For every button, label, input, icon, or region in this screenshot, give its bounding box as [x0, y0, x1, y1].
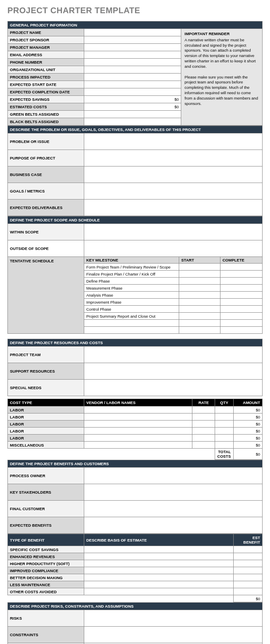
val-risks[interactable] — [84, 610, 263, 627]
cr5a: $0 — [234, 442, 263, 449]
m1-c[interactable] — [220, 271, 263, 278]
val-project-name[interactable] — [84, 29, 181, 36]
cr5v[interactable] — [84, 442, 192, 449]
val-process[interactable] — [84, 74, 181, 81]
br0e[interactable] — [234, 546, 263, 553]
br1e[interactable] — [234, 553, 263, 560]
cr2q[interactable] — [215, 421, 234, 428]
br6d[interactable] — [84, 588, 234, 595]
br1d[interactable] — [84, 553, 234, 560]
br6e[interactable] — [234, 588, 263, 595]
label-complete: EXPECTED COMPLETION DATE — [8, 88, 84, 96]
val-owner[interactable] — [84, 468, 263, 484]
val-expbenefits[interactable] — [84, 517, 263, 534]
m9[interactable] — [84, 327, 179, 334]
m0-s[interactable] — [179, 264, 220, 271]
val-needs[interactable] — [84, 380, 263, 396]
cr5r[interactable] — [192, 442, 215, 449]
m8-c[interactable] — [220, 320, 263, 327]
val-support[interactable] — [84, 363, 263, 380]
br3d[interactable] — [84, 567, 234, 574]
val-goals[interactable] — [84, 183, 263, 200]
val-purpose[interactable] — [84, 150, 263, 166]
br5: LESS MAINTENANCE — [8, 581, 84, 588]
m3-c[interactable] — [220, 285, 263, 292]
val-start[interactable] — [84, 81, 181, 88]
br4e[interactable] — [234, 574, 263, 581]
cost-h0: COST TYPE — [8, 399, 84, 406]
cr1r[interactable] — [192, 413, 215, 421]
m3-s[interactable] — [179, 285, 220, 292]
m4-c[interactable] — [220, 292, 263, 299]
val-complete[interactable] — [84, 88, 181, 96]
cr2v[interactable] — [84, 421, 192, 428]
m0-c[interactable] — [220, 264, 263, 271]
label-customer: FINAL CUSTOMER — [8, 501, 84, 517]
m3[interactable]: Measurement Phase — [84, 285, 179, 292]
m7[interactable]: Project Summary Report and Close Out — [84, 313, 179, 320]
m5-c[interactable] — [220, 299, 263, 306]
cr0v[interactable] — [84, 406, 192, 413]
val-black[interactable] — [84, 118, 181, 126]
m4-s[interactable] — [179, 292, 220, 299]
m6[interactable]: Control Phase — [84, 306, 179, 313]
cr4r[interactable] — [192, 435, 215, 442]
br2d[interactable] — [84, 560, 234, 567]
val-outscope[interactable] — [84, 240, 263, 257]
m2-s[interactable] — [179, 278, 220, 285]
br5d[interactable] — [84, 581, 234, 588]
val-sponsor[interactable] — [84, 36, 181, 44]
val-deliverables[interactable] — [84, 200, 263, 216]
m1[interactable]: Finalize Project Plan / Charter / Kick O… — [84, 271, 179, 278]
m9-s[interactable] — [179, 327, 220, 334]
val-inscope[interactable] — [84, 224, 263, 240]
cost-h4: AMOUNT — [234, 399, 263, 406]
cr3q[interactable] — [215, 428, 234, 435]
m1-s[interactable] — [179, 271, 220, 278]
m7-c[interactable] — [220, 313, 263, 320]
cr2r[interactable] — [192, 421, 215, 428]
m9-c[interactable] — [220, 327, 263, 334]
m5[interactable]: Improvement Phase — [84, 299, 179, 306]
m2-c[interactable] — [220, 278, 263, 285]
cr0r[interactable] — [192, 406, 215, 413]
val-phone[interactable] — [84, 59, 181, 66]
val-stakeholders[interactable] — [84, 484, 263, 501]
cr1v[interactable] — [84, 413, 192, 421]
val-customer[interactable] — [84, 501, 263, 517]
m6-c[interactable] — [220, 306, 263, 313]
cr4q[interactable] — [215, 435, 234, 442]
br4d[interactable] — [84, 574, 234, 581]
val-constraints[interactable] — [84, 627, 263, 643]
val-problem[interactable] — [84, 133, 263, 150]
val-team[interactable] — [84, 347, 263, 363]
m5-s[interactable] — [179, 299, 220, 306]
m7-s[interactable] — [179, 313, 220, 320]
cr5q[interactable] — [215, 442, 234, 449]
cr1q[interactable] — [215, 413, 234, 421]
label-purpose: PURPOSE OF PROJECT — [8, 150, 84, 166]
cr4v[interactable] — [84, 435, 192, 442]
label-owner: PROCESS OWNER — [8, 468, 84, 484]
val-org[interactable] — [84, 66, 181, 74]
m2[interactable]: Define Phase — [84, 278, 179, 285]
cr3r[interactable] — [192, 428, 215, 435]
label-green: GREEN BELTS ASSIGNED — [8, 111, 84, 118]
val-pm[interactable] — [84, 44, 181, 51]
cr3v[interactable] — [84, 428, 192, 435]
m8[interactable] — [84, 320, 179, 327]
m6-s[interactable] — [179, 306, 220, 313]
m4[interactable]: Analysis Phase — [84, 292, 179, 299]
br2e[interactable] — [234, 560, 263, 567]
val-green[interactable] — [84, 111, 181, 118]
m0[interactable]: Form Project Team / Preliminary Review /… — [84, 264, 179, 271]
val-costs[interactable]: $0 — [84, 103, 181, 111]
val-email[interactable] — [84, 51, 181, 59]
br5e[interactable] — [234, 581, 263, 588]
val-savings[interactable]: $0 — [84, 96, 181, 103]
m8-s[interactable] — [179, 320, 220, 327]
cr0q[interactable] — [215, 406, 234, 413]
br3e[interactable] — [234, 567, 263, 574]
val-bizcase[interactable] — [84, 166, 263, 183]
br0d[interactable] — [84, 546, 234, 553]
